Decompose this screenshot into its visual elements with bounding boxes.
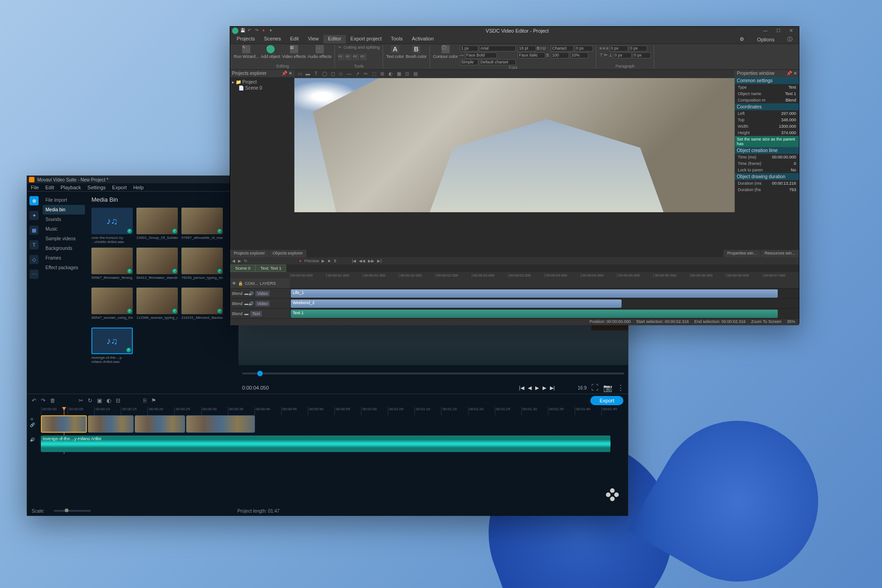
preview-play-icon[interactable]: ▶ bbox=[322, 259, 325, 263]
tool-icon[interactable]: ◯ bbox=[321, 71, 328, 77]
to-start-icon[interactable]: |◀ bbox=[352, 259, 356, 263]
track-link-icon[interactable]: 🔗 bbox=[30, 423, 39, 427]
audio-effects-button[interactable]: 🎧Audio effects bbox=[308, 45, 332, 59]
menu-help[interactable]: Help bbox=[133, 183, 144, 191]
next-frame-icon[interactable]: ▶| bbox=[550, 385, 555, 391]
tool-icon[interactable]: ▦ bbox=[396, 71, 402, 77]
tool-icon[interactable]: ▭ bbox=[345, 54, 352, 60]
media-thumb[interactable]: ✓66412_filmmaker_standing_on_a_rock_film… bbox=[136, 248, 178, 284]
menu-settings[interactable]: Settings bbox=[87, 183, 106, 191]
tool-icon[interactable]: ⬚ bbox=[371, 71, 377, 77]
progress-handle[interactable] bbox=[257, 371, 263, 376]
crop-icon[interactable]: ▣ bbox=[97, 397, 102, 404]
tab-edit[interactable]: Edit bbox=[285, 35, 303, 44]
bottom-tab-projects[interactable]: Projects explorer bbox=[230, 250, 269, 257]
media-thumb[interactable]: ✓57997_silhouette_of_man_watching_a_mo..… bbox=[181, 208, 223, 244]
nav-file-import[interactable]: File import bbox=[43, 195, 85, 205]
play-icon[interactable]: ▶ bbox=[535, 385, 539, 391]
eye-icon[interactable]: 👁 bbox=[232, 281, 236, 286]
timeline-loop-icon[interactable]: ↻ bbox=[244, 259, 248, 263]
tool-icon[interactable]: ↗ bbox=[354, 71, 361, 77]
timeline-fwd-icon[interactable]: ▶ bbox=[238, 259, 241, 263]
tool-icon[interactable]: ▭ bbox=[296, 71, 303, 77]
prev-icon[interactable]: ◀ bbox=[528, 385, 531, 391]
bottom-tab-objects[interactable]: Objects explorer bbox=[269, 250, 307, 257]
aspect-ratio[interactable]: 16:9 bbox=[578, 385, 587, 390]
brush-color-button[interactable]: BBrush color bbox=[406, 45, 427, 59]
clip-text[interactable]: Text 1 bbox=[291, 310, 778, 318]
underline-icon[interactable]: U bbox=[543, 46, 546, 51]
tab-editor[interactable]: Editor bbox=[323, 35, 346, 44]
video-effects-button[interactable]: ▦Video effects bbox=[282, 45, 306, 59]
prop-top[interactable]: 348.000 bbox=[781, 118, 796, 122]
prop-width[interactable]: 1300.000 bbox=[779, 124, 796, 129]
maximize-icon[interactable]: ☐ bbox=[772, 27, 784, 34]
vsdc-titlebar[interactable]: 💾 ↶ ↷ ● ▾ VSDC Video Editor - Project — … bbox=[230, 27, 799, 35]
preview-pause-icon[interactable]: ⏸ bbox=[333, 259, 337, 263]
sidebar-import-icon[interactable]: ⊕ bbox=[29, 196, 39, 205]
valign-icon[interactable]: ⊢ bbox=[604, 53, 608, 57]
nav-sounds[interactable]: Sounds bbox=[43, 215, 85, 224]
camera-icon[interactable]: 📷 bbox=[603, 384, 612, 392]
tab-view[interactable]: View bbox=[303, 35, 323, 44]
section-coords[interactable]: Coordinates bbox=[735, 103, 799, 110]
charset[interactable]: Default charset bbox=[479, 59, 516, 65]
menu-playback[interactable]: Playback bbox=[61, 183, 81, 191]
nav-media-bin[interactable]: Media bin bbox=[43, 205, 85, 215]
scale-slider[interactable] bbox=[54, 510, 90, 512]
bottom-tab-resources[interactable]: Resources win... bbox=[761, 250, 799, 257]
charact[interactable]: Charact bbox=[551, 45, 574, 51]
menu-edit[interactable]: Edit bbox=[45, 183, 54, 191]
prop-height[interactable]: 374.000 bbox=[781, 130, 796, 135]
align-center-icon[interactable]: ≡ bbox=[603, 46, 605, 51]
audio-clip[interactable]: revenge-of-the-...y-milano Artlist bbox=[41, 435, 611, 452]
fullscreen-icon[interactable]: ⛶ bbox=[591, 384, 599, 392]
tab-export[interactable]: Export project bbox=[346, 35, 386, 44]
timeline-ruler[interactable]: 00:00:0000:00:0500:00:1000:00:1500:00:20… bbox=[27, 407, 628, 415]
clip-life[interactable]: Life_1 bbox=[291, 289, 778, 298]
more-icon[interactable]: ⋮ bbox=[617, 384, 624, 392]
tool-icon[interactable]: ▤ bbox=[412, 71, 418, 77]
text-color-button[interactable]: AText color bbox=[386, 45, 404, 59]
prop-same-size[interactable]: Set the same size as the parent has bbox=[735, 136, 799, 147]
nav-sample-videos[interactable]: Sample videos bbox=[43, 234, 85, 243]
audio-track[interactable]: 🔊 revenge-of-the-...y-milano Artlist bbox=[41, 435, 628, 454]
export-button[interactable]: Export bbox=[590, 396, 623, 405]
prop-left[interactable]: 297.000 bbox=[781, 111, 796, 116]
next-icon[interactable]: ▶ bbox=[543, 385, 546, 391]
split-icon[interactable]: ⊟ bbox=[116, 397, 120, 404]
tab-projects[interactable]: Projects bbox=[232, 35, 260, 44]
tab-activation[interactable]: Activation bbox=[407, 35, 438, 44]
progress-bar[interactable] bbox=[242, 373, 624, 374]
tool-icon[interactable]: — bbox=[346, 71, 352, 77]
redo-icon[interactable]: ↷ bbox=[41, 397, 45, 404]
valign-icon[interactable]: ⊥ bbox=[609, 53, 612, 57]
to-end-icon[interactable]: ▶| bbox=[377, 259, 381, 263]
preview-rec-icon[interactable]: ● bbox=[299, 259, 301, 263]
qat-undo-icon[interactable]: ↶ bbox=[248, 28, 253, 34]
font-name[interactable]: Arial bbox=[479, 45, 516, 51]
tool-icon[interactable]: ✂ bbox=[362, 71, 369, 77]
add-object-button[interactable]: +Add object bbox=[261, 45, 281, 59]
media-thumb[interactable]: ✓88547_woman_using_the_computer_with_h..… bbox=[91, 288, 133, 324]
media-thumb[interactable]: ✓112386_woman_typing_on_a_lap_top_in_a..… bbox=[136, 288, 178, 324]
section-drawing[interactable]: Object drawing duration bbox=[735, 173, 799, 180]
menu-file[interactable]: File bbox=[31, 183, 39, 191]
close-icon[interactable]: ✕ bbox=[785, 27, 797, 34]
video-track[interactable]: 👁🔗 bbox=[41, 415, 628, 434]
tool-icon[interactable]: ⊞ bbox=[379, 71, 385, 77]
clip-weekend[interactable]: Weekend_2 bbox=[291, 300, 622, 308]
media-thumb[interactable]: ✓78150_person_typing_text_on_a_laptop_c.… bbox=[181, 248, 223, 284]
scene-tab-1[interactable]: Text: Text 1 bbox=[255, 265, 286, 272]
nav-effect-packages[interactable]: Effect packages bbox=[43, 263, 85, 272]
run-wizard-button[interactable]: ✎Run Wizard... bbox=[234, 45, 259, 59]
track-row-2[interactable]: Blend▬🔊Video bbox=[230, 299, 290, 309]
strike-icon[interactable]: S bbox=[546, 53, 549, 57]
bold-icon[interactable]: B bbox=[537, 46, 540, 51]
track-row-3[interactable]: Blend▬Text bbox=[230, 309, 290, 319]
tab-scenes[interactable]: Scenes bbox=[260, 35, 286, 44]
tool-icon[interactable]: ⊡ bbox=[404, 71, 410, 77]
sidebar-more-icon[interactable]: ⋯ bbox=[29, 270, 39, 279]
qat-save-icon[interactable]: 💾 bbox=[240, 28, 246, 34]
preview-stop-icon[interactable]: ■ bbox=[328, 259, 330, 263]
